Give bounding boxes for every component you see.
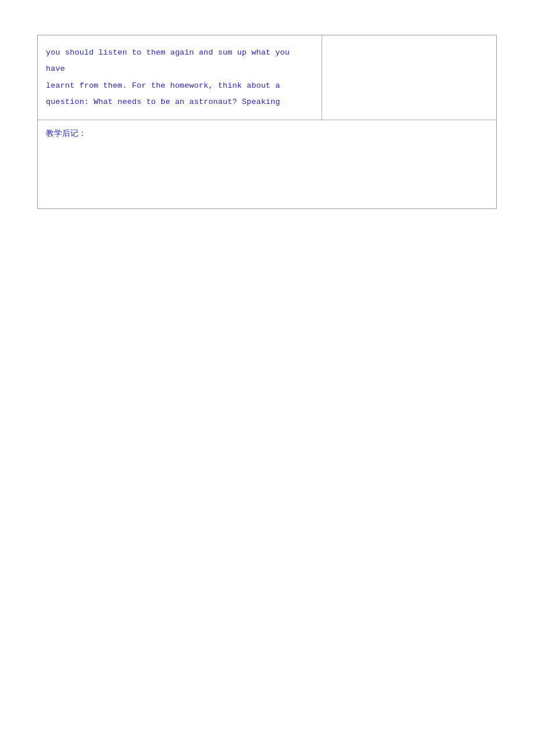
teaching-notes-label: 教学后记： [46,129,86,138]
top-row: you should listen to them again and sum … [38,35,496,120]
content-line-1: you should listen to them again and sum … [46,45,313,78]
top-left-cell: you should listen to them again and sum … [38,35,322,120]
content-line-2: learnt from them. For the homework, thin… [46,78,313,94]
content-line-3: question: What needs to be an astronaut?… [46,94,313,110]
content-text: you should listen to them again and sum … [46,45,313,110]
bottom-row: 教学后记： [38,120,496,208]
page-container: you should listen to them again and sum … [0,0,534,756]
main-frame: you should listen to them again and sum … [37,35,497,209]
top-right-cell [322,35,496,120]
